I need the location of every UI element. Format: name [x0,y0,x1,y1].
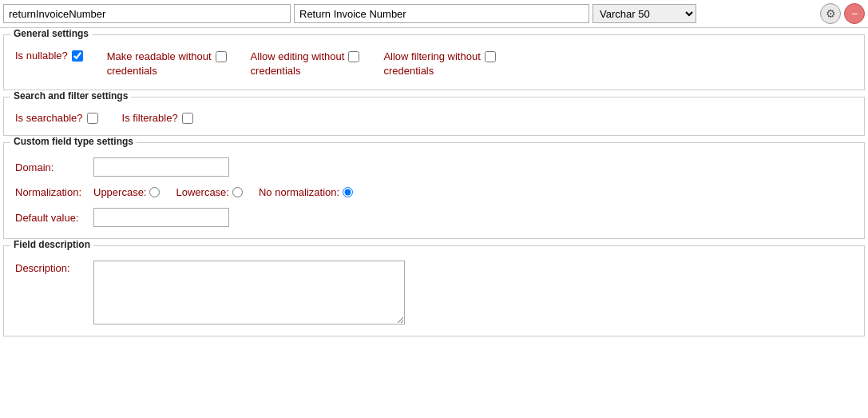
is-searchable-label: Is searchable? [15,112,83,124]
field-description-legend: Field description [10,239,93,250]
is-filterable-field: Is filterable? [122,112,193,124]
normalization-row: Normalization: Uppercase: Lowercase: No … [15,186,853,198]
uppercase-label: Uppercase: [93,186,146,198]
no-normalization-radio[interactable] [343,187,353,197]
default-value-label: Default value: [15,212,87,224]
uppercase-option: Uppercase: [93,186,160,198]
is-filterable-label: Is filterable? [122,112,178,124]
make-readable-label: Make readable without [107,50,212,64]
make-readable-field: Make readable without credentials [107,50,227,78]
custom-field-section: Custom field type settings Domain: Norma… [3,142,865,239]
description-label: Description: [15,261,87,274]
normalization-radio-group: Uppercase: Lowercase: No normalization: [93,186,353,198]
allow-editing-label: Allow editing without [251,50,345,64]
domain-input[interactable] [93,157,229,177]
default-value-row: Default value: [15,208,853,227]
domain-row: Domain: [15,157,853,177]
custom-field-legend: Custom field type settings [10,136,137,147]
is-nullable-label: Is nullable? [15,50,68,62]
search-filter-legend: Search and filter settings [10,90,131,102]
gear-button[interactable]: ⚙ [820,3,841,24]
no-normalization-option: No normalization: [259,186,353,198]
search-filter-section: Search and filter settings Is searchable… [3,97,865,136]
make-readable-checkbox[interactable] [216,51,227,62]
is-nullable-checkbox[interactable] [72,50,83,62]
lowercase-option: Lowercase: [176,186,242,198]
gear-icon: ⚙ [826,7,836,20]
allow-editing-field: Allow editing without credentials [251,50,360,78]
custom-field-grid: Domain: Normalization: Uppercase: Lowerc… [15,157,853,227]
lowercase-label: Lowercase: [176,186,228,198]
type-select[interactable]: Varchar 50 Varchar 100 Integer Decimal B… [593,4,696,23]
field-description-section: Field description Description: [3,245,865,336]
description-row: Description: [15,261,853,324]
domain-label: Domain: [15,161,87,173]
normalization-label: Normalization: [15,186,87,198]
allow-filtering-label2: credentials [383,64,480,78]
general-settings-fields: Is nullable? Make readable without crede… [15,50,853,78]
allow-editing-label2: credentials [251,64,345,78]
allow-filtering-label: Allow filtering without [383,50,480,64]
lowercase-radio[interactable] [232,187,243,197]
is-searchable-checkbox[interactable] [87,113,98,124]
is-filterable-checkbox[interactable] [182,113,193,124]
allow-editing-checkbox[interactable] [348,51,359,62]
general-settings-legend: General settings [10,28,92,39]
general-settings-section: General settings Is nullable? Make reada… [3,34,865,90]
allow-filtering-field: Allow filtering without credentials [383,50,495,78]
close-button[interactable]: − [844,3,865,24]
default-value-input[interactable] [93,208,229,227]
top-bar: Varchar 50 Varchar 100 Integer Decimal B… [0,0,868,28]
make-readable-label2: credentials [107,64,212,78]
close-icon: − [851,7,858,20]
uppercase-radio[interactable] [149,187,160,197]
is-nullable-field: Is nullable? [15,50,83,62]
search-filter-fields: Is searchable? Is filterable? [15,112,853,124]
display-name-input[interactable] [294,4,589,23]
no-normalization-label: No normalization: [259,186,339,198]
description-textarea[interactable] [93,261,405,324]
field-name-input[interactable] [3,4,291,23]
allow-filtering-checkbox[interactable] [485,51,496,62]
is-searchable-field: Is searchable? [15,112,98,124]
